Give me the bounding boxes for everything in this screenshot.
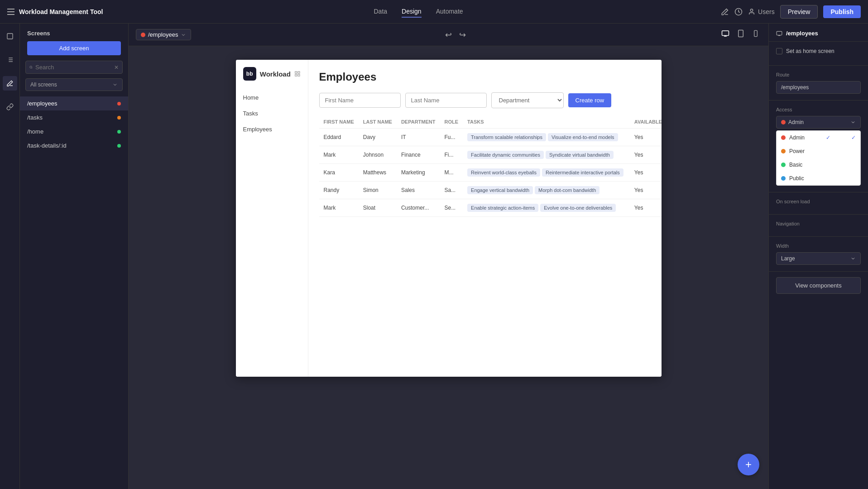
on-screen-load-section: On screen load: [769, 192, 868, 215]
right-panel-title: /employees: [786, 30, 818, 37]
left-panel: Screens Add screen ✕ All screens /employ…: [20, 24, 129, 489]
panel-screen-icon: [776, 30, 782, 37]
cell-available: Yes: [630, 199, 662, 217]
tab-data[interactable]: Data: [374, 6, 387, 18]
task-tag: Facilitate dynamic communities: [467, 151, 544, 159]
users-label: Users: [758, 8, 775, 15]
tab-design[interactable]: Design: [402, 6, 422, 18]
all-screens-dropdown[interactable]: All screens: [25, 78, 123, 91]
cell-available: Yes: [630, 146, 662, 164]
task-tag: Visualize end-to-end models: [548, 133, 618, 141]
last-name-input[interactable]: [405, 93, 487, 108]
mobile-view-button[interactable]: [750, 28, 761, 41]
first-name-input[interactable]: [319, 93, 401, 108]
option-admin[interactable]: Admin ✓: [777, 131, 860, 144]
path-chevron-icon: [181, 32, 186, 38]
screen-icon[interactable]: [3, 29, 17, 43]
redo-button[interactable]: ↪: [457, 28, 468, 42]
search-input[interactable]: [35, 64, 111, 71]
menu-icon[interactable]: [7, 9, 14, 15]
set-home-row: Set as home screen: [776, 48, 861, 54]
screen-item-task-details[interactable]: /task-details/:id: [20, 139, 128, 153]
search-box: ✕: [25, 61, 123, 74]
screen-item-tasks[interactable]: /tasks: [20, 110, 128, 125]
add-screen-button[interactable]: Add screen: [27, 41, 121, 55]
option-public[interactable]: Public: [777, 172, 860, 185]
svg-rect-18: [295, 72, 297, 73]
option-dot-basic: [781, 163, 786, 167]
app-nav-home[interactable]: Home: [236, 90, 308, 105]
task-tag: Enable strategic action-items: [467, 204, 538, 212]
screen-path-label: /employees: [148, 31, 178, 38]
navigation-label: Navigation: [776, 221, 861, 226]
task-tag: Reintermediate interactive portals: [542, 168, 623, 177]
option-power[interactable]: Power: [777, 144, 860, 158]
cell-last: Davy: [359, 129, 397, 146]
cell-dept: Sales: [397, 182, 440, 199]
route-input[interactable]: [776, 81, 861, 94]
right-panel: /employees Set as home screen Route Acce…: [768, 24, 868, 489]
tab-automate[interactable]: Automate: [436, 6, 463, 18]
width-section: Width Large: [769, 237, 868, 272]
svg-rect-19: [298, 72, 300, 73]
route-section: Route: [769, 66, 868, 101]
cell-role: Fu...: [440, 129, 463, 146]
table-row: Mark Sloat Customer... Se... Enable stra…: [319, 199, 662, 217]
department-select[interactable]: Department: [491, 92, 564, 108]
view-components-button[interactable]: View components: [776, 277, 861, 294]
svg-rect-22: [777, 31, 782, 35]
data-table: FIRST NAME LAST NAME DEPARTMENT ROLE TAS…: [319, 115, 662, 217]
pen-icon[interactable]: [3, 76, 17, 91]
desktop-view-button[interactable]: [719, 28, 731, 42]
cell-available: Yes: [630, 182, 662, 199]
svg-rect-20: [295, 74, 297, 76]
tablet-view-button[interactable]: [735, 28, 747, 42]
cell-first: Randy: [319, 182, 359, 199]
svg-point-9: [30, 66, 32, 68]
app-nav-employees[interactable]: Employees: [236, 121, 308, 137]
history-icon[interactable]: [734, 8, 743, 16]
col-dept: DEPARTMENT: [397, 115, 440, 129]
chevron-down-icon: [112, 82, 118, 87]
publish-button[interactable]: Publish: [823, 5, 861, 18]
link-icon[interactable]: [3, 100, 17, 114]
form-row: Department Create row: [319, 92, 662, 108]
topbar-center: Data Design Automate: [116, 6, 721, 18]
task-tag: Evolve one-to-one deliverables: [540, 204, 616, 212]
access-chevron-icon: [850, 120, 856, 125]
clear-search-icon[interactable]: ✕: [114, 64, 119, 71]
cell-role: Sa...: [440, 182, 463, 199]
screen-item-home[interactable]: /home: [20, 125, 128, 139]
main-layout: Screens Add screen ✕ All screens /employ…: [0, 24, 868, 489]
undo-button[interactable]: ↩: [443, 28, 454, 42]
cell-tasks: Engage vertical bandwidthMorph dot-com b…: [463, 182, 630, 199]
app-sidebar: bb Workload Home Tasks Employees: [236, 60, 308, 377]
create-row-button[interactable]: Create row: [568, 93, 612, 107]
cell-tasks: Enable strategic action-itemsEvolve one-…: [463, 199, 630, 217]
option-dot-power: [781, 149, 786, 153]
cell-first: Kara: [319, 164, 359, 182]
list-icon[interactable]: [3, 53, 17, 67]
cell-dept: Marketing: [397, 164, 440, 182]
screen-item-employees[interactable]: /employees: [20, 96, 128, 110]
width-dropdown[interactable]: Large: [776, 252, 861, 265]
screen-list: /employees /tasks /home /task-details/:i…: [20, 96, 128, 489]
access-dropdown[interactable]: Admin: [776, 116, 861, 129]
preview-button[interactable]: Preview: [780, 5, 818, 19]
table-row: Kara Matthews Marketing M... Reinvent wo…: [319, 164, 662, 182]
cell-first: Eddard: [319, 129, 359, 146]
save-icon[interactable]: [721, 8, 729, 16]
users-button[interactable]: Users: [748, 8, 775, 15]
task-tag: Engage vertical bandwidth: [467, 186, 533, 194]
fab-button[interactable]: +: [738, 454, 759, 475]
task-tag: Syndicate virtual bandwidth: [546, 151, 614, 159]
icon-sidebar: [0, 24, 20, 489]
option-basic[interactable]: Basic: [777, 158, 860, 172]
set-home-checkbox[interactable]: [776, 48, 782, 54]
cell-last: Simon: [359, 182, 397, 199]
right-panel-header: /employees: [769, 24, 868, 42]
app-nav-tasks[interactable]: Tasks: [236, 105, 308, 121]
app-frame: bb Workload Home Tasks Employees Employe…: [236, 60, 662, 377]
screen-path-indicator[interactable]: /employees: [136, 29, 191, 40]
canvas-toolbar: /employees ↩ ↪: [129, 24, 768, 46]
